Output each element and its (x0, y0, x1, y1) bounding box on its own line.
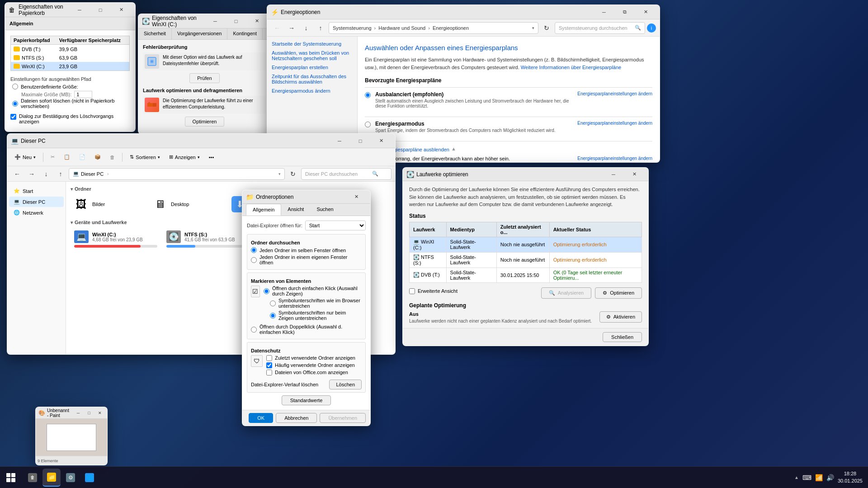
breadcrumb-2[interactable]: Hardware und Sound (378, 25, 425, 31)
winxi-maximize-btn[interactable]: □ (226, 14, 246, 28)
energy-titlebar[interactable]: ⚡ Energieoptionen ─ ⧉ ✕ (267, 5, 660, 19)
folder-desktop[interactable]: 🖥 Desktop (149, 194, 226, 214)
mark-opt1b-radio[interactable] (270, 313, 276, 319)
energy-minimize-btn[interactable]: ─ (594, 5, 614, 19)
winxi-close-btn[interactable]: ✕ (246, 14, 267, 28)
privacy-check2[interactable] (266, 362, 272, 368)
maxsize-input[interactable] (74, 91, 92, 98)
radio-delete-item[interactable]: Dateien sofort löschen (nicht in Papierk… (12, 98, 130, 109)
ordner-tab-allgemein[interactable]: Allgemein (246, 204, 281, 216)
start-button[interactable] (0, 467, 22, 488)
btn-more[interactable]: ••• (205, 151, 218, 164)
energy-back-btn[interactable]: ← (271, 22, 283, 34)
dieser-pc-titlebar[interactable]: 💻 Dieser PC ─ □ ✕ (7, 134, 395, 148)
open-for-select[interactable]: Start (305, 221, 366, 230)
ordner-tab-suchen[interactable]: Suchen (310, 204, 340, 216)
laufwerke-minimize-btn[interactable]: ─ (603, 167, 624, 182)
sidebar-link-4[interactable]: Zeitpunkt für das Ausschalten des Bildsc… (272, 74, 353, 84)
cancel-btn[interactable]: Abbrechen (276, 413, 317, 423)
table-row[interactable]: DVB (T:) 39,9 GB (11, 45, 130, 54)
mark-opt1-item[interactable]: Öffnen durch einfachen Klick (Auswahl du… (264, 286, 362, 296)
papierkorb-tab[interactable]: Allgemein (5, 17, 135, 30)
energy-down-btn[interactable]: ↓ (300, 22, 312, 34)
ok-btn[interactable]: OK (249, 413, 273, 423)
browse-opt2-radio[interactable] (251, 257, 257, 263)
dieser-down-btn[interactable]: ↓ (40, 168, 52, 180)
browse-opt1-item[interactable]: Jeden Ordner im selben Fenster öffnen (251, 247, 362, 253)
winxi-minimize-btn[interactable]: ─ (205, 14, 226, 28)
plan-link-3[interactable]: Energiesparplaneinstellungen ändern (577, 156, 652, 161)
device-winxi[interactable]: 💻 WinXI (C:) 4,68 GB frei von 23,9 GB (71, 228, 161, 250)
taskbar-browser[interactable]: 🌐 (80, 469, 99, 487)
radio-custom-input[interactable] (12, 84, 18, 89)
dieser-back-btn[interactable]: ← (11, 168, 24, 180)
optimize-btn[interactable]: Optimieren (185, 117, 225, 127)
dieser-search-bar[interactable]: Dieser PC durchsuchen 🔍 (301, 168, 392, 180)
sidebar-item-dieser-pc[interactable]: 💻 Dieser PC (9, 197, 64, 207)
energy-restore-btn[interactable]: ⧉ (614, 5, 635, 19)
geraete-chevron-icon[interactable]: ▾ (71, 220, 73, 225)
energy-close-btn[interactable]: ✕ (635, 5, 656, 19)
privacy-check3-item[interactable]: Dateien von Office.com anzeigen (266, 370, 355, 375)
device-ntfs[interactable]: 💽 NTFS (S:) 41,6 GB frei von 63,9 GB (163, 228, 253, 250)
sidebar-item-netzwerk[interactable]: 🌐 Netzwerk (9, 207, 64, 218)
breadcrumb-1[interactable]: Systemsteuerung (333, 25, 372, 31)
confirm-checkbox[interactable] (10, 114, 16, 120)
analysieren-btn[interactable]: 🔍 Analysieren (541, 287, 591, 299)
laufwerke-close-btn[interactable]: ✕ (624, 167, 645, 182)
tray-chevron-icon[interactable]: ▲ (794, 475, 799, 480)
aktivieren-btn[interactable]: ⚙ Aktivieren (599, 311, 642, 323)
breadcrumb-3[interactable]: Energieoptionen (433, 25, 469, 31)
energy-search-bar[interactable]: Systemsteuerung durchsuchen 🔍 (555, 22, 645, 34)
optimize-drive-btn[interactable]: ⚙ Optimieren (595, 287, 642, 299)
papierkorb-close-btn[interactable]: ✕ (111, 3, 132, 17)
btn-paste[interactable]: 📄 (75, 151, 89, 164)
btn-delete[interactable]: 🗑 (106, 151, 118, 164)
sidebar-item-start[interactable]: ⭐ Start (9, 186, 64, 196)
löschen-btn[interactable]: Löschen (329, 380, 362, 389)
papierkorb-maximize-btn[interactable]: □ (90, 3, 111, 17)
paint-maximize-btn[interactable]: □ (85, 408, 94, 418)
apply-btn[interactable]: Übernehmen (320, 413, 366, 423)
table-row[interactable]: 💽 DVB (T:) Solid-State-Laufwerk 30.01.20… (410, 267, 642, 282)
plan-radio-1[interactable] (365, 92, 371, 98)
papierkorb-minimize-btn[interactable]: ─ (69, 3, 90, 17)
paint-canvas-area[interactable] (47, 424, 96, 451)
energy-forward-btn[interactable]: → (285, 22, 298, 34)
erweitert-checkbox[interactable] (409, 288, 415, 294)
energy-search-icon[interactable]: 🔍 (635, 25, 641, 31)
radio-delete-input[interactable] (12, 101, 18, 107)
address-dropdown-icon[interactable]: ▾ (278, 172, 281, 176)
energy-address-bar[interactable]: Systemsteuerung › Hardware und Sound › E… (329, 22, 538, 34)
ordner-close-btn[interactable]: ✕ (346, 190, 367, 204)
table-row[interactable]: 💽 NTFS (S:) Solid-State-Laufwerk Noch ni… (410, 252, 642, 267)
mark-opt1a-item[interactable]: Symbolunterschriften wie im Browser unte… (270, 298, 362, 309)
btn-cut[interactable]: ✂ (47, 151, 58, 164)
ordner-titlebar[interactable]: 📁 Ordneroptionen ✕ (242, 190, 370, 204)
browse-opt1-radio[interactable] (251, 247, 257, 253)
energy-refresh-btn[interactable]: ↻ (540, 22, 553, 34)
paint-minimize-btn[interactable]: ─ (74, 408, 83, 418)
papierkorb-titlebar[interactable]: 🗑 Eigenschaften von Papierkorb ─ □ ✕ (5, 3, 135, 17)
btn-sort[interactable]: ⇅ Sortieren ▾ (126, 151, 164, 164)
dieser-refresh-btn[interactable]: ↻ (287, 168, 299, 180)
standard-btn[interactable]: Standardwerte (282, 395, 331, 405)
laufwerke-titlebar[interactable]: 💽 Laufwerke optimieren ─ ✕ (403, 168, 648, 181)
dieser-forward-btn[interactable]: → (25, 168, 38, 180)
mark-opt1-radio[interactable] (264, 288, 269, 294)
sidebar-link-5[interactable]: Energiesparmodus ändern (272, 88, 353, 94)
dropdown-icon[interactable]: ▾ (532, 26, 534, 30)
energy-up-btn[interactable]: ↑ (314, 22, 327, 34)
btn-rename[interactable]: 📦 (91, 151, 104, 164)
ordner-tab-ansicht[interactable]: Ansicht (281, 204, 310, 216)
energy-more-link[interactable]: Weitere Informationen über Energiesparpl… (521, 65, 621, 70)
taskbar-papierkorb[interactable]: 🗑 (24, 469, 42, 487)
table-row[interactable]: WinXI (C:) 23,9 GB (11, 62, 130, 71)
tab-vorgaenger[interactable]: Vorgängerversionen (172, 28, 227, 39)
paint-close-btn[interactable]: ✕ (95, 408, 104, 418)
dieser-up-btn[interactable]: ↑ (54, 168, 67, 180)
confirm-checkbox-item[interactable]: Dialog zur Bestätigung des Löschvorgangs… (10, 113, 130, 124)
table-row[interactable]: 💻 WinXI (C:) Solid-State-Laufwerk Noch n… (410, 237, 642, 252)
taskbar-settings[interactable]: ⚙ (61, 469, 80, 487)
folder-bilder[interactable]: 🖼 Bilder (71, 194, 147, 214)
